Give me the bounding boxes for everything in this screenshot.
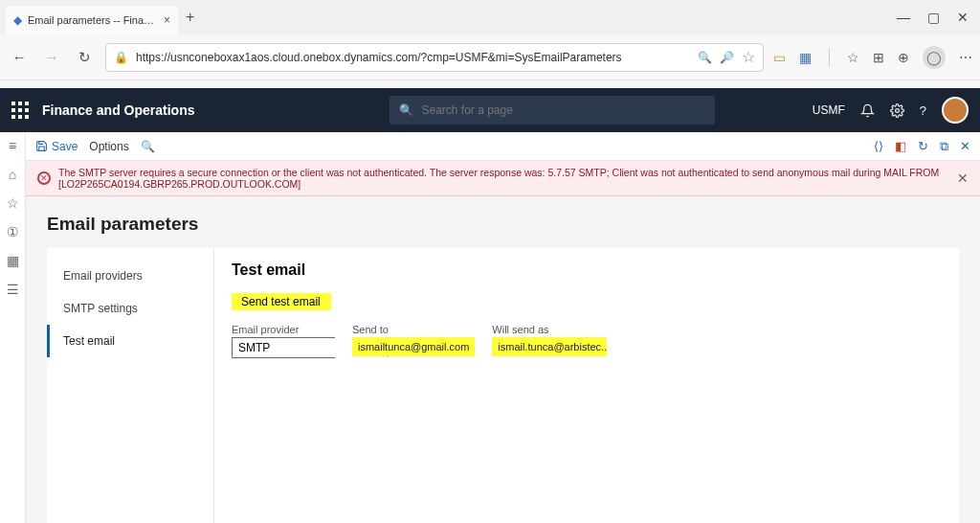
close-window-icon[interactable]: ✕ bbox=[957, 10, 969, 25]
label-send-to: Send to bbox=[352, 324, 475, 335]
separator bbox=[829, 48, 830, 67]
error-message: The SMTP server requires a secure connec… bbox=[58, 167, 949, 190]
page-content: Test email Send test email Email provide… bbox=[214, 248, 959, 523]
main-area: Save Options 🔍 ⟨⟩ ◧ ↻ ⧉ ✕ ✕ The SMTP ser… bbox=[26, 132, 980, 523]
rail-home-icon[interactable]: ⌂ bbox=[9, 167, 16, 182]
error-close-icon[interactable]: ✕ bbox=[957, 171, 969, 186]
actionbar-right: ⟨⟩ ◧ ↻ ⧉ ✕ bbox=[874, 139, 970, 154]
office-icon[interactable]: ◧ bbox=[895, 139, 906, 154]
email-provider-combo[interactable]: ▼ bbox=[232, 337, 335, 358]
save-label: Save bbox=[52, 140, 78, 153]
company-code[interactable]: USMF bbox=[813, 103, 845, 117]
rail-star-icon[interactable]: ☆ bbox=[7, 195, 19, 211]
actionbar-search-icon[interactable]: 🔍 bbox=[141, 140, 155, 153]
header-right: USMF ? bbox=[813, 97, 969, 124]
search-input[interactable] bbox=[421, 103, 705, 117]
zoom-in-icon[interactable]: 🔍 bbox=[698, 51, 712, 64]
page-title: Email parameters bbox=[47, 214, 959, 235]
link-icon[interactable]: ⟨⟩ bbox=[874, 139, 883, 154]
refresh-data-icon[interactable]: ↻ bbox=[918, 139, 928, 154]
forward-icon[interactable]: → bbox=[40, 46, 63, 69]
new-tab-button[interactable]: + bbox=[186, 9, 194, 26]
minimize-icon[interactable]: — bbox=[897, 10, 910, 25]
back-icon[interactable]: ← bbox=[8, 46, 31, 69]
field-email-provider: Email provider ▼ bbox=[232, 324, 335, 358]
browser-right-icons: ▭ ▦ ☆ ⊞ ⊕ ◯ ⋯ bbox=[773, 46, 972, 69]
app-body: ≡ ⌂ ☆ ① ▦ ☰ Save Options 🔍 ⟨⟩ ◧ ↻ ⧉ ✕ ✕ … bbox=[0, 132, 980, 523]
options-button[interactable]: Options bbox=[89, 140, 128, 153]
browser-titlebar: ◆ Email parameters -- Finance and × + — … bbox=[0, 0, 980, 34]
error-icon: ✕ bbox=[37, 171, 51, 185]
svg-point-0 bbox=[895, 108, 899, 112]
browser-tab[interactable]: ◆ Email parameters -- Finance and × bbox=[6, 6, 178, 34]
label-will-send-as: Will send as bbox=[492, 324, 607, 335]
extensions-icon[interactable]: ⊞ bbox=[873, 50, 884, 65]
error-banner: ✕ The SMTP server requires a secure conn… bbox=[26, 161, 980, 196]
waffle-icon[interactable] bbox=[11, 102, 29, 119]
rail-recent-icon[interactable]: ① bbox=[7, 224, 19, 239]
popout-icon[interactable]: ⧉ bbox=[940, 139, 948, 154]
page-columns: Email providers SMTP settings Test email… bbox=[47, 248, 959, 523]
section-title: Test email bbox=[232, 262, 942, 279]
profile-avatar[interactable]: ◯ bbox=[923, 46, 946, 69]
maximize-icon[interactable]: ▢ bbox=[927, 10, 940, 25]
rail-modules-icon[interactable]: ☰ bbox=[7, 282, 19, 297]
browser-addressbar: ← → ↻ 🔒 🔍 🔎 ☆ ▭ ▦ ☆ ⊞ ⊕ ◯ ⋯ bbox=[0, 34, 980, 80]
menu-dots-icon[interactable]: ⋯ bbox=[959, 50, 972, 65]
notifications-icon[interactable] bbox=[860, 103, 875, 118]
page: Email parameters Email providers SMTP se… bbox=[26, 196, 980, 523]
nav-email-providers[interactable]: Email providers bbox=[47, 260, 213, 292]
user-avatar[interactable] bbox=[942, 97, 969, 124]
gear-icon[interactable] bbox=[890, 103, 904, 118]
lock-icon: 🔒 bbox=[114, 51, 128, 64]
zoom-out-icon[interactable]: 🔎 bbox=[720, 51, 734, 64]
search-icon: 🔍 bbox=[399, 103, 413, 117]
app-header: Finance and Operations 🔍 USMF ? bbox=[0, 88, 980, 132]
favorite-star-icon[interactable]: ☆ bbox=[742, 48, 755, 66]
url-box[interactable]: 🔒 🔍 🔎 ☆ bbox=[105, 43, 764, 72]
collections-icon[interactable]: ▦ bbox=[799, 50, 812, 65]
page-side-nav: Email providers SMTP settings Test email bbox=[47, 248, 214, 523]
left-rail: ≡ ⌂ ☆ ① ▦ ☰ bbox=[0, 132, 26, 523]
rail-menu-icon[interactable]: ≡ bbox=[9, 138, 16, 153]
close-page-icon[interactable]: ✕ bbox=[960, 139, 970, 154]
nav-test-email[interactable]: Test email bbox=[47, 325, 213, 357]
label-email-provider: Email provider bbox=[232, 324, 335, 335]
field-will-send-as: Will send as ismail.tunca@arbistec... bbox=[492, 324, 607, 358]
window-controls: — ▢ ✕ bbox=[897, 10, 974, 25]
close-tab-icon[interactable]: × bbox=[164, 13, 170, 27]
fields-row: Email provider ▼ Send to ismailtunca@gma… bbox=[232, 324, 942, 358]
browser-chrome: ◆ Email parameters -- Finance and × + — … bbox=[0, 0, 980, 88]
url-input[interactable] bbox=[136, 51, 690, 64]
refresh-icon[interactable]: ↻ bbox=[73, 46, 96, 69]
help-icon[interactable]: ? bbox=[920, 103, 926, 118]
page-favicon: ◆ bbox=[13, 13, 22, 27]
send-test-email-button[interactable]: Send test email bbox=[232, 293, 331, 310]
tab-title: Email parameters -- Finance and bbox=[28, 14, 158, 26]
app-title: Finance and Operations bbox=[42, 102, 194, 118]
rail-workspaces-icon[interactable]: ▦ bbox=[7, 253, 19, 268]
field-send-to: Send to ismailtunca@gmail.com bbox=[352, 324, 475, 358]
reading-icon[interactable]: ▭ bbox=[773, 50, 786, 65]
send-to-value[interactable]: ismailtunca@gmail.com bbox=[352, 337, 475, 356]
global-search[interactable]: 🔍 bbox=[390, 96, 715, 125]
will-send-as-value: ismail.tunca@arbistec... bbox=[492, 337, 607, 356]
save-button[interactable]: Save bbox=[35, 140, 78, 153]
favorites-icon[interactable]: ☆ bbox=[847, 50, 859, 65]
downloads-icon[interactable]: ⊕ bbox=[898, 50, 909, 65]
nav-smtp-settings[interactable]: SMTP settings bbox=[47, 292, 213, 325]
action-bar: Save Options 🔍 ⟨⟩ ◧ ↻ ⧉ ✕ bbox=[26, 132, 980, 161]
